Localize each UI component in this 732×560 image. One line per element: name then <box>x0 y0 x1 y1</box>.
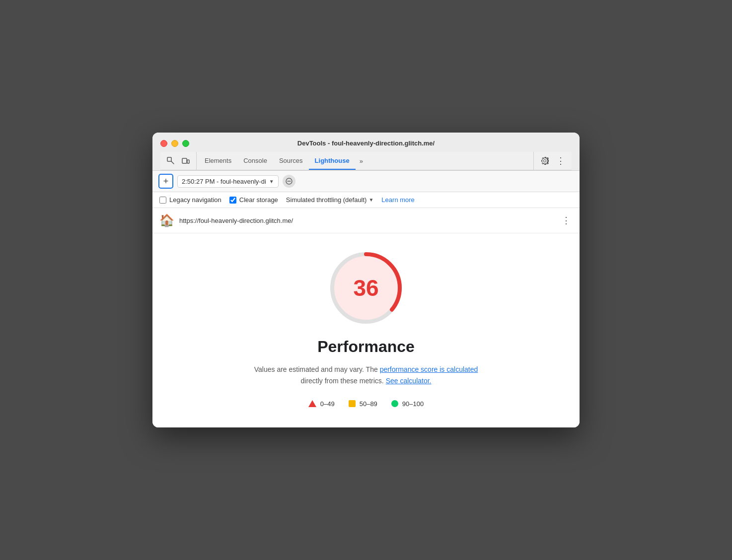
legend-mid: 50–89 <box>349 400 377 408</box>
main-content: 36 Performance Values are estimated and … <box>152 233 580 427</box>
clear-storage-option: Clear storage <box>229 196 278 204</box>
throttling-text: Simulated throttling (default) <box>286 196 367 204</box>
legacy-navigation-label[interactable]: Legacy navigation <box>169 196 221 204</box>
legend-low: 0–49 <box>308 400 335 408</box>
lighthouse-toolbar: + 2:50:27 PM - foul-heavenly-di ▼ <box>152 171 580 192</box>
legend-low-range: 0–49 <box>320 400 335 408</box>
window-title: DevTools - foul-heavenly-direction.glitc… <box>297 140 435 147</box>
svg-rect-0 <box>167 157 171 161</box>
legend-high-icon <box>391 400 398 407</box>
clear-storage-checkbox[interactable] <box>229 197 236 204</box>
report-header: 🏠 https://foul-heavenly-direction.glitch… <box>152 208 580 233</box>
minimize-button[interactable] <box>171 140 178 147</box>
score-legend: 0–49 50–89 90–100 <box>308 400 424 408</box>
new-report-button[interactable]: + <box>158 174 173 189</box>
devtools-window: DevTools - foul-heavenly-direction.glitc… <box>152 133 580 427</box>
maximize-button[interactable] <box>182 140 189 147</box>
lighthouse-favicon-icon: 🏠 <box>159 213 174 227</box>
url-dropdown[interactable]: 2:50:27 PM - foul-heavenly-di ▼ <box>177 175 279 188</box>
tab-console[interactable]: Console <box>237 152 273 170</box>
tabs-area: Elements Console Sources Lighthouse » <box>197 152 533 170</box>
score-ring: 36 <box>326 248 406 328</box>
performance-description: Values are estimated and may vary. The p… <box>254 364 478 386</box>
tab-sources[interactable]: Sources <box>273 152 309 170</box>
svg-rect-3 <box>187 160 189 163</box>
legend-low-icon <box>308 400 316 407</box>
more-options-button[interactable]: ⋮ <box>554 154 568 168</box>
calculator-link[interactable]: See calculator. <box>386 377 432 385</box>
perf-score-link[interactable]: performance score is calculated <box>380 365 478 373</box>
svg-rect-2 <box>182 158 187 163</box>
legend-high-range: 90–100 <box>402 400 424 408</box>
legend-high: 90–100 <box>391 400 424 408</box>
dropdown-chevron-icon: ▼ <box>269 179 274 184</box>
toolbar-right: ⋮ <box>533 152 572 170</box>
report-url: https://foul-heavenly-direction.glitch.m… <box>179 217 560 224</box>
clear-button[interactable] <box>283 175 295 188</box>
legacy-navigation-checkbox[interactable] <box>159 197 166 204</box>
throttling-chevron-icon: ▼ <box>368 197 373 203</box>
device-toolbar-button[interactable] <box>179 154 192 167</box>
report-more-button[interactable]: ⋮ <box>560 213 573 228</box>
performance-title: Performance <box>317 338 415 356</box>
close-button[interactable] <box>160 140 167 147</box>
tab-lighthouse[interactable]: Lighthouse <box>309 152 356 170</box>
throttling-option: Simulated throttling (default) ▼ <box>286 196 374 204</box>
traffic-lights <box>160 140 189 147</box>
legend-mid-icon <box>349 400 356 407</box>
url-value: 2:50:27 PM - foul-heavenly-di <box>182 178 266 185</box>
tab-overflow-button[interactable]: » <box>356 152 367 170</box>
title-bar: DevTools - foul-heavenly-direction.glitc… <box>152 133 580 171</box>
devtools-toolbar: Elements Console Sources Lighthouse » <box>160 152 572 170</box>
options-bar: Legacy navigation Clear storage Simulate… <box>152 192 580 208</box>
inspect-element-button[interactable] <box>164 154 177 167</box>
legend-mid-range: 50–89 <box>360 400 377 408</box>
clear-storage-label[interactable]: Clear storage <box>239 196 278 204</box>
legacy-navigation-option: Legacy navigation <box>159 196 221 204</box>
score-arc-svg <box>326 248 406 328</box>
toolbar-icons-left <box>160 152 197 170</box>
svg-line-1 <box>171 161 174 164</box>
tab-elements[interactable]: Elements <box>199 152 237 170</box>
learn-more-link[interactable]: Learn more <box>381 196 414 204</box>
settings-button[interactable] <box>538 154 552 168</box>
